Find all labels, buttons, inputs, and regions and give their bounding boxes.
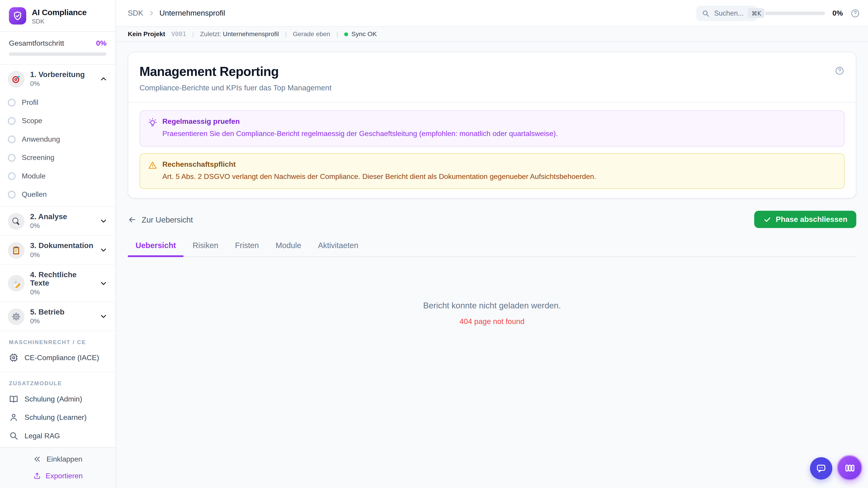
sidebar-phase-rechtliche-texte: 4. Rechtliche Texte 0% bbox=[0, 264, 116, 302]
sidebar-item-anwendung[interactable]: Anwendung bbox=[0, 130, 116, 148]
chevrons-left-icon bbox=[33, 455, 41, 464]
breadcrumb-root[interactable]: SDK bbox=[128, 9, 143, 17]
help-icon[interactable] bbox=[850, 8, 860, 18]
shield-check-icon bbox=[12, 11, 23, 21]
phase-header-dokumentation[interactable]: 3. Dokumentation 0% bbox=[0, 236, 116, 264]
sidebar-item-legal-rag[interactable]: Legal RAG bbox=[0, 427, 116, 445]
phase-label: 1. Vorbereitung bbox=[30, 70, 85, 78]
clipboard-icon bbox=[8, 242, 25, 258]
user-icon bbox=[9, 413, 18, 422]
radio-circle-icon bbox=[8, 154, 16, 162]
tab-module[interactable]: Module bbox=[268, 241, 309, 256]
sidebar-item-schulung-learner[interactable]: Schulung (Learner) bbox=[0, 408, 116, 427]
search-icon bbox=[702, 9, 710, 17]
page-subtitle: Compliance-Berichte und KPIs fuer das To… bbox=[140, 84, 331, 92]
tip-text: Praesentieren Sie den Compliance-Bericht… bbox=[162, 129, 558, 138]
columns-fab-button[interactable] bbox=[837, 455, 863, 481]
memo-icon bbox=[8, 275, 25, 292]
phase-subitems: Profil Scope Anwendung Screening Module … bbox=[0, 93, 116, 206]
complete-phase-button[interactable]: Phase abschliessen bbox=[754, 211, 856, 228]
empty-state-message: Bericht konnte nicht geladen werden. bbox=[128, 300, 856, 310]
phase-header-vorbereitung[interactable]: 1. Vorbereitung 0% bbox=[0, 65, 116, 93]
app-subtitle: SDK bbox=[32, 18, 87, 24]
header-progress-value: 0% bbox=[833, 9, 843, 17]
app-title: AI Compliance bbox=[32, 7, 87, 16]
sidebar-item-profil[interactable]: Profil bbox=[0, 93, 116, 111]
app-logo bbox=[9, 7, 26, 25]
breadcrumb-current: Unternehmensprofil bbox=[159, 9, 225, 17]
sync-status: Sync OK bbox=[351, 31, 377, 37]
radio-circle-icon bbox=[8, 191, 16, 198]
sidebar-phase-betrieb: 5. Betrieb 0% bbox=[0, 302, 116, 330]
sync-status-dot bbox=[344, 32, 348, 36]
chat-fab-button[interactable] bbox=[810, 457, 832, 480]
search-icon bbox=[9, 431, 18, 441]
overall-progress-value: 0% bbox=[96, 39, 106, 47]
warning-triangle-icon bbox=[148, 160, 157, 170]
sidebar-phase-analyse: 2. Analyse 0% bbox=[0, 206, 116, 235]
sidebar-footer: Einklappen Exportieren bbox=[0, 447, 116, 488]
chevron-right-icon bbox=[148, 9, 155, 17]
sidebar-phase-vorbereitung: 1. Vorbereitung 0% Profil Scope Anwendun… bbox=[0, 65, 116, 206]
section-header: MASCHINENRECHT / CE bbox=[0, 331, 116, 349]
help-icon[interactable] bbox=[835, 64, 844, 76]
last-saved-label: Zuletzt: bbox=[200, 31, 221, 37]
sidebar: AI Compliance SDK Gesamtfortschritt 0% 1… bbox=[0, 0, 116, 488]
magnifier-icon bbox=[8, 213, 25, 230]
status-bar: Kein Projekt V001 | Zuletzt: Unternehmen… bbox=[116, 27, 868, 42]
columns-icon bbox=[844, 462, 856, 474]
back-to-overview-link[interactable]: Zur Uebersicht bbox=[128, 215, 193, 224]
tip-title: Regelmaessig pruefen bbox=[162, 117, 558, 125]
phase-percent: 0% bbox=[30, 80, 85, 88]
warning-title: Rechenschaftspflicht bbox=[162, 160, 596, 168]
last-saved-value: Unternehmensprofil bbox=[223, 31, 279, 37]
radio-circle-icon bbox=[8, 172, 16, 180]
book-icon bbox=[9, 394, 18, 404]
export-button[interactable]: Exportieren bbox=[0, 472, 116, 480]
sidebar-item-ce-compliance[interactable]: CE-Compliance (IACE) bbox=[0, 348, 116, 367]
sidebar-item-module[interactable]: Module bbox=[0, 167, 116, 185]
search-placeholder: Suchen... bbox=[714, 9, 743, 17]
lightbulb-icon bbox=[148, 118, 157, 127]
sidebar-item-schulung-admin[interactable]: Schulung (Admin) bbox=[0, 390, 116, 408]
app-window: AI Compliance SDK Gesamtfortschritt 0% 1… bbox=[0, 0, 868, 488]
tab-fristen[interactable]: Fristen bbox=[227, 241, 267, 256]
last-saved-time: Gerade eben bbox=[293, 31, 330, 37]
chevron-down-icon[interactable] bbox=[99, 312, 107, 321]
chevron-down-icon[interactable] bbox=[99, 246, 107, 254]
sidebar-item-ai-quality[interactable]: AI Quality bbox=[0, 445, 116, 447]
sidebar-item-screening[interactable]: Screening bbox=[0, 148, 116, 166]
tab-aktivitaeten[interactable]: Aktivitaeten bbox=[310, 241, 366, 256]
overall-progress-label: Gesamtfortschritt bbox=[9, 39, 64, 47]
warning-text: Art. 5 Abs. 2 DSGVO verlangt den Nachwei… bbox=[162, 171, 596, 181]
sidebar-section-zusatzmodule: ZUSATZMODULE Schulung (Admin) Schulung (… bbox=[0, 372, 116, 447]
search-input[interactable]: Suchen... ⌘K bbox=[696, 5, 757, 21]
breadcrumb: SDK Unternehmensprofil bbox=[128, 9, 225, 17]
radio-circle-icon bbox=[8, 117, 16, 125]
check-icon bbox=[763, 215, 771, 224]
sidebar-item-quellen[interactable]: Quellen bbox=[0, 185, 116, 203]
chevron-down-icon[interactable] bbox=[99, 217, 107, 225]
collapse-sidebar-button[interactable]: Einklappen bbox=[0, 455, 116, 464]
sidebar-scroll: AI Compliance SDK Gesamtfortschritt 0% 1… bbox=[0, 0, 116, 447]
page-title: Management Reporting bbox=[140, 64, 331, 79]
chevron-up-icon[interactable] bbox=[99, 75, 107, 83]
sidebar-phase-dokumentation: 3. Dokumentation 0% bbox=[0, 235, 116, 264]
header-progress-track bbox=[765, 11, 825, 15]
phase-header-betrieb[interactable]: 5. Betrieb 0% bbox=[0, 302, 116, 331]
tab-risiken[interactable]: Risiken bbox=[185, 241, 226, 256]
search-shortcut-badge: ⌘K bbox=[748, 8, 765, 18]
radio-circle-icon bbox=[8, 98, 16, 106]
phase-header-rechtliche-texte[interactable]: 4. Rechtliche Texte 0% bbox=[0, 265, 116, 302]
tab-uebersicht[interactable]: Uebersicht bbox=[128, 241, 184, 256]
module-card: Management Reporting Compliance-Berichte… bbox=[128, 52, 856, 199]
sidebar-section-maschinenrecht: MASCHINENRECHT / CE CE-Compliance (IACE) bbox=[0, 330, 116, 367]
error-404-text: 404 page not found bbox=[128, 317, 856, 326]
app-logo-block: AI Compliance SDK bbox=[0, 0, 116, 32]
sidebar-item-scope[interactable]: Scope bbox=[0, 111, 116, 130]
phase-header-analyse[interactable]: 2. Analyse 0% bbox=[0, 207, 116, 235]
target-icon bbox=[8, 70, 25, 87]
chevron-down-icon[interactable] bbox=[99, 279, 107, 287]
gear-icon bbox=[8, 308, 25, 325]
overall-progress: Gesamtfortschritt 0% bbox=[0, 32, 116, 65]
